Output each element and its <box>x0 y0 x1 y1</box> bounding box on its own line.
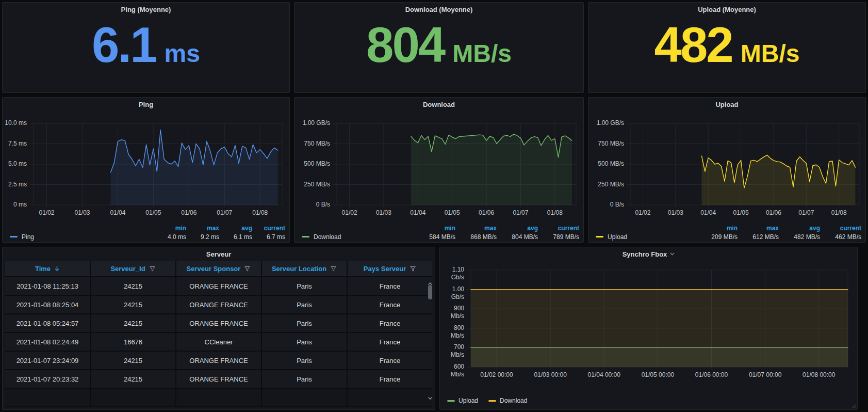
sort-desc-arrow-icon <box>54 265 60 272</box>
upload-chart[interactable]: 0 B/s250 MB/s500 MB/s750 MB/s1.00 GB/s01… <box>588 111 865 242</box>
y-tick-label: 1.10 Gb/s <box>440 266 464 281</box>
stat-panel-download: Download (Moyenne) 804 MB/s <box>294 2 584 93</box>
y-tick-label: 250 MB/s <box>294 181 330 188</box>
x-tick-label: 01/08 <box>533 209 577 217</box>
panel-title-serveur[interactable]: Serveur <box>3 247 435 261</box>
stat-value-ping: 6.1 ms <box>3 14 289 92</box>
download-chart[interactable]: 0 B/s250 MB/s500 MB/s750 MB/s1.00 GB/s01… <box>294 111 583 242</box>
panel-resize-handle[interactable] <box>851 403 856 408</box>
scroll-down-icon[interactable] <box>428 393 433 402</box>
ping-chart[interactable]: 0 ms2.5 ms5.0 ms7.5 ms10.0 ms01/0201/030… <box>3 111 289 242</box>
table-panel-serveur: Serveur TimeServeur_IdServeur SponsorSer… <box>2 247 435 410</box>
stat-unit: ms <box>165 39 200 68</box>
legend-series-name[interactable]: Upload <box>608 233 627 241</box>
column-label: Serveur Sponsor <box>187 265 241 273</box>
filter-funnel-icon[interactable] <box>149 265 156 272</box>
legend-stat-header: min <box>696 225 738 232</box>
legend-series-name[interactable]: Ping <box>22 233 34 241</box>
table-cell: ORANGE FRANCE <box>176 296 261 313</box>
panel-title-download[interactable]: Download <box>294 98 583 111</box>
chevron-down-icon <box>670 252 675 256</box>
download-plot-svg <box>294 111 583 208</box>
table-cell: 24215 <box>91 296 175 313</box>
filter-funnel-icon[interactable] <box>244 265 251 272</box>
legend-stat-value: 482 MB/s <box>779 233 820 241</box>
table-cell: France <box>348 314 432 332</box>
download-series-fill <box>411 134 572 205</box>
table-row: 2021-01-07 23:24:0924215ORANGE FRANCEPar… <box>5 352 432 369</box>
table-cell: 2021-01-07 23:24:09 <box>5 352 90 369</box>
table-cell: 24215 <box>91 370 175 388</box>
legend-stat-header: max <box>455 225 497 232</box>
filter-funnel-icon[interactable] <box>410 265 416 272</box>
table-row: 2021-01-08 08:25:0424215ORANGE FRANCEPar… <box>5 296 432 313</box>
table-header-serveur-location[interactable]: Serveur Location <box>262 261 347 276</box>
table-cell: 16676 <box>91 333 175 351</box>
y-tick-label: 750 MB/s <box>294 140 330 148</box>
legend-stat-value: 612 MB/s <box>738 233 779 241</box>
column-label: Pays Serveur <box>364 265 406 273</box>
table-header-serveur-sponsor[interactable]: Serveur Sponsor <box>176 261 261 276</box>
legend-stat-header: avg <box>497 225 538 232</box>
y-tick-label: 500 MB/s <box>294 160 330 168</box>
y-tick-label: 0 ms <box>3 201 27 209</box>
legend-header-row: minmaxavgcurrent <box>10 224 285 232</box>
panel-title-ping[interactable]: Ping <box>3 98 289 111</box>
grafana-dashboard: Ping (Moyenne) 6.1 ms Download (Moyenne)… <box>0 0 868 412</box>
column-label: Serveur Location <box>272 265 326 273</box>
stat-value-download: 804 MB/s <box>294 14 583 92</box>
legend-header-row: minmaxavgcurrent <box>596 224 861 232</box>
graph-row: Ping 0 ms2.5 ms5.0 ms7.5 ms10.0 ms01/020… <box>2 97 866 243</box>
y-tick-label: 5.0 ms <box>3 160 27 168</box>
legend-series-name: Download <box>500 397 527 404</box>
table-cell-empty <box>262 389 347 406</box>
legend-item-download[interactable]: Download <box>488 397 527 404</box>
x-tick-label: 01/05 00:00 <box>636 371 679 379</box>
table-cell-empty <box>91 389 175 406</box>
x-tick-label: 01/08 <box>817 209 861 217</box>
legend-stat-header: current <box>538 225 579 232</box>
legend-series-dash <box>488 400 496 402</box>
chart-panel-upload: Upload 0 B/s250 MB/s500 MB/s750 MB/s1.00… <box>588 97 866 243</box>
synchro-fbox-chart[interactable]: 600 Mb/s700 Mb/s800 Mb/s900 Mb/s1.00 Gb/… <box>440 261 857 409</box>
table-header-row: TimeServeur_IdServeur SponsorServeur Loc… <box>5 261 432 276</box>
legend-stat-value: 804 MB/s <box>497 233 538 241</box>
table-cell: 24215 <box>91 277 175 295</box>
table-cell: Paris <box>262 277 347 295</box>
table-cell: ORANGE FRANCE <box>176 370 261 388</box>
panel-title-synchro-fbox[interactable]: Synchro Fbox <box>440 247 857 261</box>
stat-panel-upload: Upload (Moyenne) 482 MB/s <box>588 2 866 93</box>
legend-series-row: Ping4.0 ms9.2 ms6.1 ms6.7 ms <box>10 232 285 241</box>
graph-legend: minmaxavgcurrentUpload209 MB/s612 MB/s48… <box>596 224 861 241</box>
table-header-serveur-id[interactable]: Serveur_Id <box>91 261 175 276</box>
legend-stat-value: 462 MB/s <box>820 233 861 241</box>
legend-stat-header: min <box>153 225 186 232</box>
filter-funnel-icon[interactable] <box>330 265 337 272</box>
panel-title-upload[interactable]: Upload <box>588 98 865 111</box>
table-scrollbar[interactable] <box>427 278 433 402</box>
legend-stat-value: 6.1 ms <box>219 233 252 241</box>
table-cell: Paris <box>262 314 347 332</box>
table-header-time[interactable]: Time <box>5 261 90 276</box>
table-cell: ORANGE FRANCE <box>176 314 261 332</box>
stat-unit: MB/s <box>741 39 800 68</box>
legend-stat-header: avg <box>779 225 820 232</box>
y-tick-label: 600 Mb/s <box>440 363 464 378</box>
table-cell: CCleaner <box>176 333 261 351</box>
table-cell: 2021-01-08 02:24:49 <box>5 333 90 351</box>
column-label: Serveur_Id <box>110 265 145 273</box>
table-row: 2021-01-08 05:24:5724215ORANGE FRANCEPar… <box>5 314 432 332</box>
table-header-pays-serveur[interactable]: Pays Serveur <box>348 261 432 276</box>
graph-legend: UploadDownload <box>447 397 527 404</box>
column-label: Time <box>35 265 51 273</box>
serveur-table: TimeServeur_IdServeur SponsorServeur Loc… <box>5 261 432 407</box>
legend-series-dash <box>302 236 309 237</box>
legend-item-upload[interactable]: Upload <box>447 397 478 404</box>
stat-row: Ping (Moyenne) 6.1 ms Download (Moyenne)… <box>2 2 866 93</box>
chart-panel-synchro-fbox: Synchro Fbox 600 Mb/s700 Mb/s800 Mb/s900… <box>439 247 858 410</box>
table-cell: ORANGE FRANCE <box>176 352 261 369</box>
scrollbar-thumb[interactable] <box>428 285 432 299</box>
y-tick-label: 500 MB/s <box>588 160 624 168</box>
legend-series-name[interactable]: Download <box>314 233 341 241</box>
legend-header-row: minmaxavgcurrent <box>302 224 579 232</box>
